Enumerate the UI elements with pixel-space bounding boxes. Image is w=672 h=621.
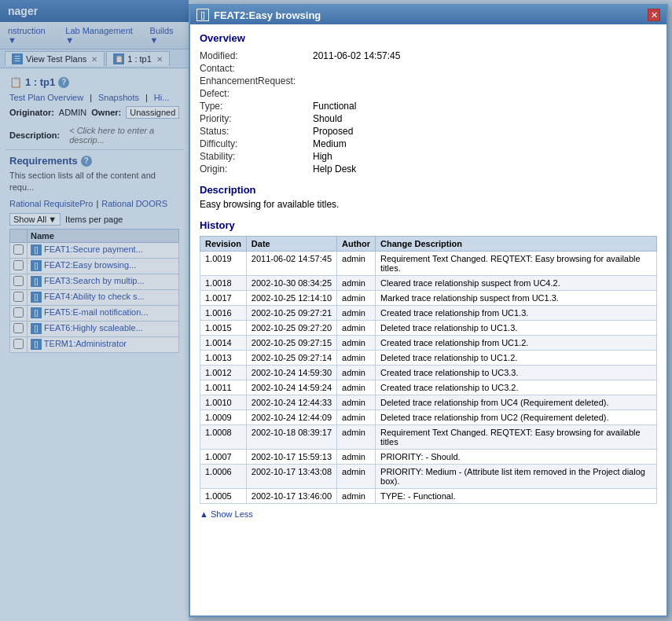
history-table-row: 1.0014 2002-10-25 09:27:15 admin Created… bbox=[200, 336, 657, 351]
history-date: 2002-10-25 09:27:20 bbox=[246, 321, 336, 336]
history-author: admin bbox=[337, 252, 376, 276]
history-date: 2002-10-30 08:34:25 bbox=[246, 276, 336, 291]
history-change: Marked trace relationship suspect from U… bbox=[376, 291, 657, 306]
history-col-header: Author bbox=[337, 237, 376, 252]
history-date: 2002-10-17 15:59:13 bbox=[246, 450, 336, 465]
history-revision: 1.0016 bbox=[200, 306, 247, 321]
history-table-row: 1.0016 2002-10-25 09:27:21 admin Created… bbox=[200, 306, 657, 321]
overview-field-value: Functional bbox=[313, 101, 657, 112]
history-table-row: 1.0008 2002-10-18 08:39:17 admin Require… bbox=[200, 425, 657, 450]
modal-scrollable[interactable]: Overview Modified:2011-06-02 14:57:45Con… bbox=[190, 24, 666, 615]
history-author: admin bbox=[337, 425, 376, 450]
history-change: Deleted trace relationship from UC2 (Req… bbox=[376, 410, 657, 425]
history-col-header: Revision bbox=[200, 237, 247, 252]
history-author: admin bbox=[337, 351, 376, 366]
modal-title-left: [] FEAT2:Easy browsing bbox=[196, 9, 321, 21]
history-author: admin bbox=[337, 321, 376, 336]
history-date: 2002-10-25 09:27:15 bbox=[246, 336, 336, 351]
history-revision: 1.0009 bbox=[200, 410, 247, 425]
overview-field-value: Proposed bbox=[313, 126, 657, 137]
history-date: 2002-10-24 14:59:30 bbox=[246, 366, 336, 380]
history-revision: 1.0006 bbox=[200, 465, 247, 489]
overview-title: Overview bbox=[200, 32, 657, 44]
history-revision: 1.0017 bbox=[200, 291, 247, 306]
history-change: Requirement Text Changed. REQTEXT: Easy … bbox=[376, 252, 657, 276]
description-title: Description bbox=[200, 184, 657, 196]
history-col-header: Change Description bbox=[376, 237, 657, 252]
overview-field-label: Priority: bbox=[200, 113, 310, 124]
history-table-row: 1.0009 2002-10-24 12:44:09 admin Deleted… bbox=[200, 410, 657, 425]
modal-body: Overview Modified:2011-06-02 14:57:45Con… bbox=[190, 24, 666, 615]
history-change: Created trace relationship to UC3.3. bbox=[376, 366, 657, 380]
history-table-row: 1.0010 2002-10-24 12:44:33 admin Deleted… bbox=[200, 395, 657, 410]
modal-titlebar: [] FEAT2:Easy browsing ✕ bbox=[190, 6, 666, 24]
history-author: admin bbox=[337, 276, 376, 291]
history-revision: 1.0015 bbox=[200, 321, 247, 336]
history-date: 2002-10-24 12:44:09 bbox=[246, 410, 336, 425]
history-author: admin bbox=[337, 306, 376, 321]
history-table-row: 1.0018 2002-10-30 08:34:25 admin Cleared… bbox=[200, 276, 657, 291]
history-table-row: 1.0015 2002-10-25 09:27:20 admin Deleted… bbox=[200, 321, 657, 336]
history-author: admin bbox=[337, 465, 376, 489]
overview-field-label: Difficulty: bbox=[200, 138, 310, 149]
overview-field-value bbox=[313, 88, 657, 99]
history-change: PRIORITY: Medium - (Attribute list item … bbox=[376, 465, 657, 489]
history-table-row: 1.0017 2002-10-25 12:14:10 admin Marked … bbox=[200, 291, 657, 306]
history-change: Deleted trace relationship to UC1.3. bbox=[376, 321, 657, 336]
history-change: PRIORITY: - Should. bbox=[376, 450, 657, 465]
overview-field-label: Defect: bbox=[200, 88, 310, 99]
history-author: admin bbox=[337, 489, 376, 504]
history-change: Created trace relationship from UC1.2. bbox=[376, 336, 657, 351]
modal-title-icon: [] bbox=[196, 9, 209, 21]
history-revision: 1.0011 bbox=[200, 380, 247, 395]
overview-field-label: Type: bbox=[200, 101, 310, 112]
history-change: Created trace relationship to UC3.2. bbox=[376, 380, 657, 395]
history-date: 2002-10-25 12:14:10 bbox=[246, 291, 336, 306]
history-change: Created trace relationship from UC1.3. bbox=[376, 306, 657, 321]
history-date: 2002-10-18 08:39:17 bbox=[246, 425, 336, 450]
history-col-header: Date bbox=[246, 237, 336, 252]
overview-field-value: High bbox=[313, 151, 657, 162]
history-table-row: 1.0013 2002-10-25 09:27:14 admin Deleted… bbox=[200, 351, 657, 366]
history-revision: 1.0007 bbox=[200, 450, 247, 465]
history-change: Deleted trace relationship from UC4 (Req… bbox=[376, 395, 657, 410]
history-revision: 1.0005 bbox=[200, 489, 247, 504]
history-date: 2002-10-25 09:27:21 bbox=[246, 306, 336, 321]
history-date: 2002-10-24 12:44:33 bbox=[246, 395, 336, 410]
history-table-row: 1.0006 2002-10-17 13:43:08 admin PRIORIT… bbox=[200, 465, 657, 489]
history-author: admin bbox=[337, 395, 376, 410]
history-table-row: 1.0011 2002-10-24 14:59:24 admin Created… bbox=[200, 380, 657, 395]
history-revision: 1.0010 bbox=[200, 395, 247, 410]
overview-field-value: Should bbox=[313, 113, 657, 124]
history-change: Requirement Text Changed. REQTEXT: Easy … bbox=[376, 425, 657, 450]
history-author: admin bbox=[337, 291, 376, 306]
history-revision: 1.0008 bbox=[200, 425, 247, 450]
history-revision: 1.0018 bbox=[200, 276, 247, 291]
history-revision: 1.0012 bbox=[200, 366, 247, 380]
overview-field-value bbox=[313, 75, 657, 86]
description-text: Easy browsing for available titles. bbox=[200, 199, 657, 210]
history-table-row: 1.0007 2002-10-17 15:59:13 admin PRIORIT… bbox=[200, 450, 657, 465]
modal-close-button[interactable]: ✕ bbox=[648, 9, 660, 21]
history-date: 2002-10-17 13:46:00 bbox=[246, 489, 336, 504]
history-author: admin bbox=[337, 450, 376, 465]
history-date: 2002-10-24 14:59:24 bbox=[246, 380, 336, 395]
overview-field-label: Stability: bbox=[200, 151, 310, 162]
overview-field-value: 2011-06-02 14:57:45 bbox=[313, 50, 657, 61]
history-revision: 1.0019 bbox=[200, 252, 247, 276]
history-revision: 1.0014 bbox=[200, 336, 247, 351]
show-less-link[interactable]: ▲ Show Less bbox=[200, 506, 253, 522]
history-date: 2002-10-17 13:43:08 bbox=[246, 465, 336, 489]
history-title: History bbox=[200, 219, 657, 231]
overview-field-value bbox=[313, 63, 657, 74]
overview-field-label: Modified: bbox=[200, 50, 310, 61]
history-table-row: 1.0012 2002-10-24 14:59:30 admin Created… bbox=[200, 366, 657, 380]
history-revision: 1.0013 bbox=[200, 351, 247, 366]
modal-dialog: [] FEAT2:Easy browsing ✕ Overview Modifi… bbox=[189, 4, 668, 617]
history-table-row: 1.0005 2002-10-17 13:46:00 admin TYPE: -… bbox=[200, 489, 657, 504]
modal-title-text: FEAT2:Easy browsing bbox=[214, 9, 321, 21]
history-author: admin bbox=[337, 336, 376, 351]
history-date: 2011-06-02 14:57:45 bbox=[246, 252, 336, 276]
history-table: RevisionDateAuthorChange Description 1.0… bbox=[200, 236, 657, 504]
overview-field-label: Status: bbox=[200, 126, 310, 137]
